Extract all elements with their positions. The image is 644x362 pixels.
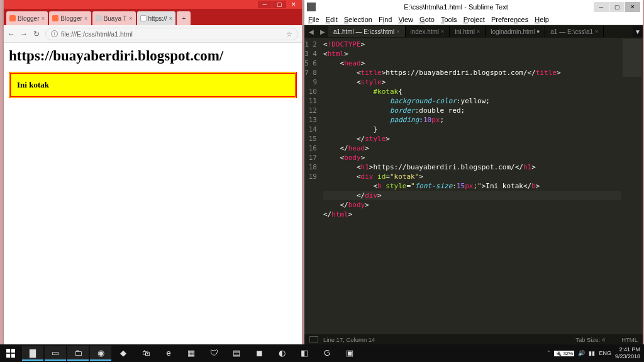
minimize-button[interactable]: ─ (258, 1, 272, 8)
battery-indicator[interactable]: 🔌32% (554, 351, 574, 356)
close-tab-icon[interactable]: × (441, 28, 444, 35)
favicon-icon (96, 15, 102, 21)
volume-icon[interactable]: 🔊 (578, 350, 585, 356)
forward-button[interactable]: → (20, 30, 28, 38)
browser-tab[interactable]: Blogger × (6, 11, 48, 25)
taskbar-item-garena[interactable]: G (316, 346, 338, 361)
start-button[interactable] (0, 344, 21, 362)
code-editor[interactable]: <!DOCTYPE><html> <head> <title>https://b… (321, 38, 621, 334)
svg-rect-2 (6, 354, 10, 358)
close-tab-icon[interactable]: × (129, 15, 133, 22)
editor-tab-active[interactable]: a1.html — E:\css\html × (328, 26, 406, 37)
taskbar-item-explorer[interactable]: 🗀 (67, 346, 89, 361)
taskbar-item-chrome[interactable]: ◉ (90, 346, 111, 361)
favicon-icon (140, 15, 147, 21)
system-tray: ˄ 🔌32% 🔊 ▮▮ ENG 2:41 PM 9/23/2018 (547, 346, 644, 360)
taskbar-item-store[interactable]: 🛍 (135, 346, 157, 361)
status-syntax[interactable]: HTML (621, 336, 638, 343)
close-tab-icon[interactable]: × (169, 15, 173, 22)
taskbar-item[interactable]: ▦ (180, 346, 202, 361)
editor-tab[interactable]: ini.html × (450, 26, 486, 37)
close-tab-icon[interactable]: × (84, 15, 88, 22)
maximize-button[interactable]: ▢ (272, 1, 286, 8)
taskbar-item-cmd[interactable]: ▭ (45, 346, 66, 361)
input-language[interactable]: ENG (599, 350, 611, 356)
browser-tab[interactable]: Blogger × (49, 11, 91, 25)
taskbar-item-firefox[interactable]: ◐ (271, 346, 292, 361)
chrome-window-controls: ─ ▢ ✕ (4, 0, 302, 9)
menu-find[interactable]: Find (379, 16, 392, 23)
minimap-viewport[interactable] (623, 39, 641, 77)
kotak-text: Ini kotak (17, 80, 49, 89)
page-heading: https://buayaberdiri.blogspot.com/ (9, 48, 297, 64)
taskbar-item[interactable]: ◆ (113, 346, 134, 361)
tab-label: a1 — E:\css\a1 (550, 28, 593, 35)
new-tab-button[interactable]: + (177, 11, 191, 25)
close-tab-icon[interactable]: × (41, 15, 45, 22)
browser-tab-active[interactable]: https:// × (137, 11, 176, 25)
app-icon (307, 3, 316, 11)
tab-history-fwd-icon[interactable]: ▶ (317, 28, 328, 35)
tray-chevron-up-icon[interactable]: ˄ (547, 350, 550, 356)
editor-tab[interactable]: index.html × (406, 26, 450, 37)
tab-label: loginadmin.html (491, 28, 535, 35)
address-bar[interactable]: i file:///E:/css/html/a1.html ☆ (45, 28, 298, 40)
browser-tabstrip: Blogger × Blogger × Buaya T × https:// ×… (4, 9, 302, 25)
menu-edit[interactable]: Edit (326, 16, 338, 23)
menu-preferences[interactable]: Preferences (491, 16, 528, 23)
svg-rect-3 (11, 354, 15, 358)
maximize-button[interactable]: ▢ (609, 2, 625, 12)
minimize-button[interactable]: ─ (594, 2, 609, 12)
menu-tools[interactable]: Tools (441, 16, 457, 23)
site-info-icon[interactable]: i (51, 30, 58, 37)
tab-menu-caret-icon[interactable]: ▼ (633, 26, 643, 37)
taskbar-item[interactable]: ▤ (226, 346, 247, 361)
browser-tab[interactable]: Buaya T × (92, 11, 136, 25)
status-cursor-position[interactable]: Line 17, Column 14 (323, 336, 375, 343)
close-tab-icon[interactable]: × (595, 28, 598, 35)
menu-file[interactable]: File (308, 16, 319, 23)
close-tab-icon[interactable]: × (477, 28, 480, 35)
favicon-icon (52, 15, 58, 21)
browser-toolbar: ← → ↻ i file:///E:/css/html/a1.html ☆ (4, 25, 302, 43)
editor-tab[interactable]: a1 — E:\css\a1 × (545, 26, 604, 37)
windows-taskbar: ▇ ▭ 🗀 ◉ ◆ 🛍 e ▦ 🛡 ▤ ◼ ◐ ◧ G ▣ ˄ 🔌32% 🔊 ▮… (0, 344, 644, 362)
back-button[interactable]: ← (8, 30, 15, 38)
network-icon[interactable]: ▮▮ (589, 350, 595, 356)
status-tab-size[interactable]: Tab Size: 4 (575, 336, 605, 343)
minimap[interactable] (621, 38, 643, 334)
menu-view[interactable]: View (398, 16, 413, 23)
reload-button[interactable]: ↻ (33, 30, 40, 38)
clock[interactable]: 2:41 PM 9/23/2018 (615, 346, 640, 360)
chrome-window: ─ ▢ ✕ Blogger × Blogger × Buaya T × http… (4, 0, 302, 344)
taskbar-item[interactable]: ◧ (294, 346, 315, 361)
menu-goto[interactable]: Goto (419, 16, 435, 23)
editor-tab[interactable]: loginadmin.html • (486, 26, 545, 37)
tab-history-back-icon[interactable]: ◀ (306, 28, 317, 35)
editor-body: 1 2 3 4 5 6 7 8 9 10 11 12 13 14 15 16 1… (304, 38, 643, 334)
taskbar-item-nox[interactable]: ◼ (248, 346, 270, 361)
sublime-window: E:\css\html\a1.html - Sublime Text ─ ▢ ✕… (304, 0, 643, 344)
taskbar-item[interactable]: ▣ (339, 346, 360, 361)
tab-title: Blogger (60, 15, 82, 22)
close-button[interactable]: ✕ (625, 2, 640, 12)
bookmark-star-icon[interactable]: ☆ (286, 30, 292, 38)
page-viewport: https://buayaberdiri.blogspot.com/ Ini k… (4, 43, 302, 344)
status-bar: Line 17, Column 14 Tab Size: 4 HTML (304, 334, 643, 344)
favicon-icon (9, 15, 16, 21)
close-button[interactable]: ✕ (287, 1, 301, 8)
menu-bar: File Edit Selection Find View Goto Tools… (304, 14, 643, 25)
menu-selection[interactable]: Selection (344, 16, 372, 23)
clock-date: 9/23/2018 (615, 353, 640, 360)
taskbar-item-security[interactable]: 🛡 (203, 346, 225, 361)
taskbar-item-sublime[interactable]: ▇ (22, 346, 43, 361)
close-tab-icon[interactable]: × (396, 28, 399, 35)
menu-help[interactable]: Help (535, 16, 549, 23)
tab-label: ini.html (455, 28, 475, 35)
menu-project[interactable]: Project (464, 16, 485, 23)
taskbar-item-ie[interactable]: e (158, 346, 179, 361)
tab-label: a1.html — E:\css\html (333, 28, 394, 35)
sublime-titlebar: E:\css\html\a1.html - Sublime Text ─ ▢ ✕ (304, 0, 643, 14)
url-text: file:///E:/css/html/a1.html (61, 30, 133, 38)
status-panel-icon[interactable] (309, 336, 318, 342)
